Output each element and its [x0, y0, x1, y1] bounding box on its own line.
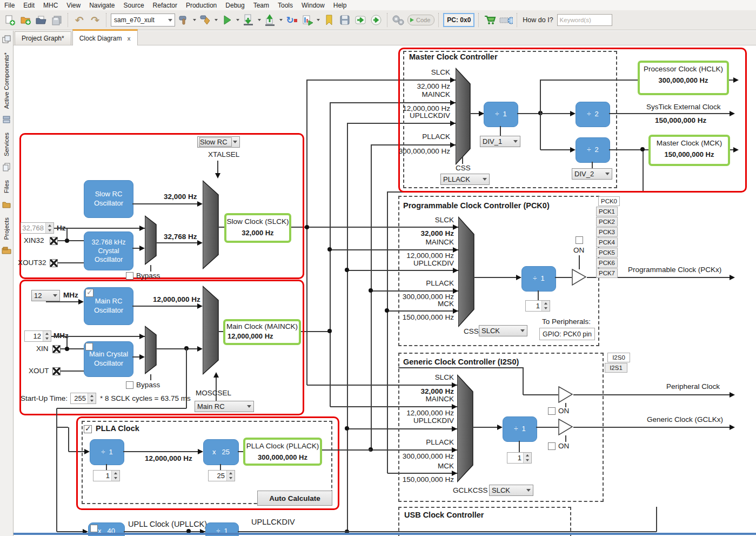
sidebar-tab-active-components[interactable]: Active Components*: [3, 52, 10, 109]
profiler-dropdown-icon[interactable]: [317, 19, 320, 21]
device-globe-icon[interactable]: [499, 13, 513, 27]
sidebar-tab-files[interactable]: Files: [3, 180, 10, 193]
open-project-icon[interactable]: [34, 13, 48, 27]
junction-dot: [305, 225, 309, 229]
gclk-tab-i2s0[interactable]: I2S0: [607, 353, 630, 362]
tab-project-graph[interactable]: Project Graph*: [15, 31, 71, 45]
generate-code-button[interactable]: Code: [407, 15, 434, 25]
menu-production[interactable]: Production: [182, 1, 221, 10]
new-file-icon[interactable]: [3, 13, 17, 27]
pck-tab-7[interactable]: PCK7: [596, 268, 618, 278]
main-crystal-enable-checkbox[interactable]: [85, 343, 93, 350]
clean-build-dropdown-icon[interactable]: [215, 19, 218, 21]
redo-icon[interactable]: ↷: [88, 13, 102, 27]
gclkcss-select[interactable]: SLCK: [489, 485, 533, 496]
pck-tab-3[interactable]: PCK3: [596, 227, 618, 237]
close-tab-icon[interactable]: x: [127, 35, 130, 42]
debug-project-icon[interactable]: [242, 13, 256, 27]
save-all-icon[interactable]: [50, 13, 64, 27]
menu-navigate[interactable]: Navigate: [85, 1, 119, 10]
arrowhead-icon: [570, 111, 576, 116]
startup-time-spinner[interactable]: 255: [70, 393, 96, 404]
gclk-on1-checkbox[interactable]: [548, 407, 556, 415]
upll-enable-checkbox[interactable]: [90, 525, 98, 532]
menu-debug[interactable]: Debug: [221, 1, 249, 10]
refresh-debug-icon[interactable]: ↻: [285, 13, 299, 27]
pck-tab-1[interactable]: PCK1: [596, 207, 618, 216]
menu-view[interactable]: View: [62, 1, 85, 10]
xtal32-freq-spinner[interactable]: 32,768: [21, 222, 54, 234]
plla-mul-spinner[interactable]: 25: [208, 470, 235, 481]
step-into-icon[interactable]: [369, 13, 383, 27]
debug-dropdown-icon[interactable]: [258, 19, 261, 21]
plla-enable-checkbox[interactable]: [84, 425, 92, 433]
pck-tab-6[interactable]: PCK6: [596, 258, 618, 268]
pck-div-spinner[interactable]: 1: [525, 300, 550, 312]
menu-edit[interactable]: Edit: [19, 1, 39, 10]
auto-calculate-button[interactable]: Auto Calculate: [257, 491, 332, 506]
main-bypass-checkbox[interactable]: [126, 381, 133, 389]
pck-gpio-pin-label: GPIO: PCK0 pin: [543, 330, 592, 338]
build-dropdown-icon[interactable]: [193, 19, 196, 21]
clean-build-icon[interactable]: [198, 13, 212, 27]
wire: [150, 374, 151, 380]
sidebar-tab-projects[interactable]: Projects: [3, 217, 10, 240]
run-project-icon[interactable]: [220, 13, 234, 27]
menu-file[interactable]: File: [0, 1, 19, 10]
xin-pin-checkbox[interactable]: [52, 345, 61, 353]
menu-window[interactable]: Window: [297, 1, 329, 10]
xtal32-freq-wire-label: 32,768 Hz: [164, 233, 197, 241]
program-dropdown-icon[interactable]: [279, 19, 283, 21]
main-rc-enable-checkbox[interactable]: [85, 289, 93, 297]
plla-div-spinner[interactable]: 1: [93, 470, 120, 481]
menu-refactor[interactable]: Refactor: [149, 1, 182, 10]
sidebar-tab-services[interactable]: Services: [3, 133, 10, 156]
slow-bypass-checkbox[interactable]: [126, 272, 133, 280]
cart-icon[interactable]: [483, 13, 497, 27]
build-project-icon[interactable]: [177, 13, 191, 27]
main-rc-freq-select[interactable]: 12: [31, 290, 60, 301]
gclk-in-upllckdiv: UPLLCKDIV: [389, 416, 454, 425]
pck-on-checkbox[interactable]: [576, 236, 583, 244]
profiler-icon[interactable]: [300, 13, 315, 27]
pck-tab-5[interactable]: PCK5: [596, 248, 618, 257]
pck-css-select[interactable]: SLCK: [479, 325, 527, 336]
xout32-pin-checkbox[interactable]: [50, 259, 58, 267]
new-project-icon[interactable]: [18, 13, 32, 27]
generate-code-gears-icon[interactable]: [392, 13, 406, 27]
dock-windows-icon[interactable]: [2, 35, 11, 46]
step-over-icon[interactable]: [353, 13, 367, 27]
run-dropdown-icon[interactable]: [236, 19, 239, 21]
menu-mhc[interactable]: MHC: [39, 1, 62, 10]
save-icon[interactable]: [338, 13, 352, 27]
gclk-div-spinner[interactable]: 1: [507, 452, 532, 464]
pck-tab-2[interactable]: PCK2: [596, 217, 618, 227]
xin32-pin-checkbox[interactable]: [50, 237, 58, 245]
project-config-select[interactable]: sam_e70_xult: [111, 14, 175, 27]
master-css-select[interactable]: PLLACK: [440, 174, 490, 185]
pc-status-label: PC: 0x0: [447, 16, 471, 24]
xout-pin-checkbox[interactable]: [52, 367, 61, 375]
main-xtal-freq-spinner[interactable]: 12: [24, 330, 51, 342]
menu-help[interactable]: Help: [329, 1, 351, 10]
keyword-search-input[interactable]: [557, 14, 612, 26]
undo-icon[interactable]: ↶: [72, 13, 86, 27]
xtalsel-select[interactable]: Slow RC: [197, 136, 240, 148]
bookmark-icon[interactable]: [322, 13, 336, 27]
pck-tab-0[interactable]: PCK0: [598, 196, 620, 206]
menu-tools[interactable]: Tools: [273, 1, 297, 10]
gclk-tab-i2s1[interactable]: I2S1: [605, 363, 627, 373]
pck-in-upllckdiv: UPLLCKDIV: [389, 259, 454, 267]
wire: [217, 161, 218, 174]
pck-tab-4[interactable]: PCK4: [596, 237, 618, 247]
master-div2-select[interactable]: DIV_2: [572, 168, 612, 180]
menu-team[interactable]: Team: [249, 1, 273, 10]
menu-source[interactable]: Source: [119, 1, 149, 10]
moscsel-select[interactable]: Main RC: [195, 401, 254, 412]
master-div1-select[interactable]: DIV_1: [480, 136, 520, 147]
wire: [57, 531, 84, 532]
make-program-icon[interactable]: [263, 13, 277, 27]
gclk-div-value: 1: [507, 453, 523, 463]
tab-clock-diagram[interactable]: Clock Diagram x: [72, 29, 138, 45]
gclk-on2-checkbox[interactable]: [548, 442, 556, 450]
